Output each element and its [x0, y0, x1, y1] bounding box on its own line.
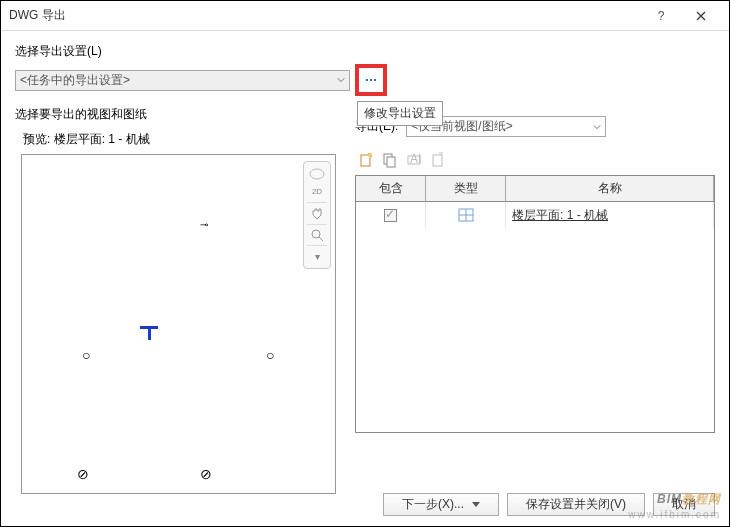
preview-glyph: ○ [82, 347, 90, 363]
col-name[interactable]: 名称 [506, 176, 714, 201]
disc-icon [308, 166, 326, 182]
preview-glyph: ⊘ [77, 466, 89, 482]
grid-header: 包含 类型 名称 [356, 176, 714, 202]
window-title: DWG 导出 [9, 7, 641, 24]
rename-icon: AI [406, 152, 422, 168]
view-pan-button[interactable] [307, 206, 327, 221]
cell-name[interactable]: 楼层平面: 1 - 机械 [506, 202, 714, 228]
cell-type [426, 202, 506, 228]
preview-glyph: ○ [266, 347, 274, 363]
rename-button[interactable]: AI [405, 151, 423, 169]
tooltip: 修改导出设置 [357, 101, 443, 126]
table-row[interactable]: 楼层平面: 1 - 机械 [356, 202, 714, 228]
chevron-down-icon [337, 73, 345, 87]
checkbox-checked-icon[interactable] [384, 209, 397, 222]
preview-label: 预览: 楼层平面: 1 - 机械 [23, 131, 335, 148]
delete-button[interactable] [429, 151, 447, 169]
view-2d-label: 2D [307, 184, 327, 199]
svg-point-1 [312, 230, 320, 238]
help-button[interactable]: ? [641, 1, 681, 31]
preview-canvas[interactable]: 2D ▾ ○ ⊸ ○ ⊘ ⊘ [21, 154, 336, 494]
preview-tee-marker [140, 326, 158, 340]
col-type[interactable]: 类型 [426, 176, 506, 201]
views-grid: 包含 类型 名称 楼层平面: 1 - 机械 [355, 175, 715, 433]
svg-rect-5 [387, 157, 395, 167]
cell-include[interactable] [356, 202, 426, 228]
export-settings-combo[interactable]: <任务中的导出设置> [15, 70, 350, 91]
close-button[interactable] [681, 1, 721, 31]
svg-point-0 [310, 169, 324, 179]
sheet-delete-icon [430, 152, 446, 168]
new-sheet-icon [358, 152, 374, 168]
dialog-buttons: 下一步(X)... 保存设置并关闭(V) 取消 [383, 493, 715, 516]
floorplan-icon [458, 208, 474, 222]
close-icon [696, 11, 706, 21]
cancel-button[interactable]: 取消 [653, 493, 715, 516]
preview-glyph: ⊸ [200, 219, 208, 230]
view-toolbar: 2D ▾ [303, 161, 331, 269]
view-more-button[interactable]: ▾ [307, 249, 327, 264]
col-include[interactable]: 包含 [356, 176, 426, 201]
new-set-button[interactable] [357, 151, 375, 169]
select-export-settings-label: 选择导出设置(L) [15, 43, 715, 60]
save-close-button[interactable]: 保存设置并关闭(V) [507, 493, 645, 516]
combo-value: <任务中的导出设置> [20, 72, 130, 89]
svg-point-3 [368, 153, 372, 157]
view-2d-button[interactable] [307, 166, 327, 182]
list-toolbar: AI [355, 151, 715, 169]
duplicate-button[interactable] [381, 151, 399, 169]
svg-rect-8 [433, 155, 442, 166]
preview-glyph: ⊘ [200, 466, 212, 482]
ellipsis-icon [366, 79, 376, 81]
chevron-down-icon [593, 120, 601, 134]
modify-export-settings-button[interactable] [355, 64, 387, 96]
title-bar: DWG 导出 ? [1, 1, 729, 31]
svg-text:AI: AI [410, 152, 421, 166]
view-zoom-button[interactable] [307, 227, 327, 242]
svg-rect-2 [361, 155, 370, 166]
select-views-label: 选择要导出的视图和图纸 [15, 106, 335, 123]
hand-icon [310, 206, 324, 220]
copy-icon [382, 152, 398, 168]
next-button[interactable]: 下一步(X)... [383, 493, 499, 516]
grid-body[interactable]: 楼层平面: 1 - 机械 [356, 202, 714, 432]
magnifier-icon [310, 228, 324, 242]
